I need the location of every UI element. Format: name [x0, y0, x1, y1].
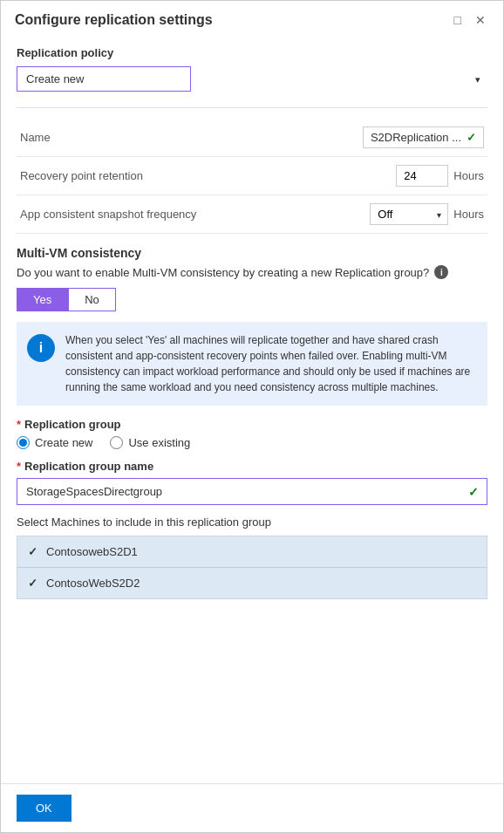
- machine-list: ✓ ContosowebS2D1 ✓ ContosoWebS2D2: [17, 536, 487, 599]
- machines-select-label: Select Machines to include in this repli…: [17, 516, 487, 529]
- machine-item-1: ✓ ContosowebS2D1: [17, 536, 487, 568]
- create-new-radio[interactable]: [17, 436, 30, 449]
- replication-policy-dropdown[interactable]: Create new Use existing: [17, 66, 191, 92]
- use-existing-radio-label: Use existing: [128, 436, 190, 449]
- info-tooltip-icon[interactable]: i: [434, 265, 448, 279]
- title-bar: Configure replication settings □ ✕: [1, 1, 503, 38]
- replication-group-name-title: Replication group name: [24, 460, 153, 473]
- replication-group-title: Replication group: [24, 418, 121, 431]
- multi-vm-question: Do you want to enable Multi-VM consisten…: [17, 266, 429, 279]
- machine-1-check-icon: ✓: [28, 545, 37, 558]
- multi-vm-question-row: Do you want to enable Multi-VM consisten…: [17, 265, 487, 279]
- no-button[interactable]: No: [68, 288, 116, 311]
- replication-group-name-label: * Replication group name: [17, 460, 487, 473]
- create-new-radio-label: Create new: [35, 436, 92, 449]
- close-icon: ✕: [475, 13, 486, 27]
- required-star: *: [17, 418, 21, 431]
- create-new-radio-option[interactable]: Create new: [17, 436, 92, 449]
- recovery-input[interactable]: [396, 165, 448, 187]
- maximize-button[interactable]: □: [451, 11, 465, 29]
- name-value-row: S2DReplication ... ✓: [279, 126, 484, 148]
- recovery-value-row: Hours: [279, 165, 484, 187]
- use-existing-radio[interactable]: [110, 436, 123, 449]
- name-input-display: S2DReplication ... ✓: [363, 126, 484, 148]
- info-circle-icon: i: [27, 334, 55, 362]
- recovery-label: Recovery point retention: [17, 157, 276, 195]
- policy-form-table: Name S2DReplication ... ✓ Recovery point…: [17, 119, 487, 234]
- required-star-2: *: [17, 460, 21, 473]
- multi-vm-section: Multi-VM consistency Do you want to enab…: [17, 246, 487, 599]
- info-box-text: When you select 'Yes' all machines will …: [65, 332, 477, 395]
- replication-policy-dropdown-container: Create new Use existing ▾: [17, 66, 487, 92]
- replication-group-name-check-icon: ✓: [468, 485, 479, 499]
- replication-group-radio-group: Create new Use existing: [17, 436, 487, 449]
- name-check-icon: ✓: [467, 131, 476, 144]
- replication-group-label: * Replication group: [17, 418, 487, 431]
- configure-replication-dialog: Configure replication settings □ ✕ Repli…: [0, 0, 504, 833]
- snapshot-row: App consistent snapshot frequency Off On…: [17, 195, 487, 234]
- name-row: Name S2DReplication ... ✓: [17, 119, 487, 157]
- snapshot-select[interactable]: Off On: [370, 203, 448, 225]
- recovery-row: Recovery point retention Hours: [17, 157, 487, 195]
- machine-2-name: ContosoWebS2D2: [46, 577, 140, 590]
- name-value-text: S2DReplication ...: [371, 131, 461, 144]
- snapshot-value-row: Off On ▾ Hours: [279, 203, 484, 225]
- snapshot-label: App consistent snapshot frequency: [17, 195, 276, 234]
- info-box: i When you select 'Yes' all machines wil…: [17, 322, 487, 406]
- section-divider: [17, 107, 487, 108]
- info-box-icon-container: i: [27, 332, 55, 395]
- close-button[interactable]: ✕: [472, 11, 489, 29]
- dialog-footer: OK: [1, 783, 503, 832]
- dropdown-arrow-icon: ▾: [475, 73, 480, 85]
- replication-group-name-input[interactable]: [17, 478, 487, 505]
- snapshot-units: Hours: [453, 208, 484, 221]
- snapshot-select-wrapper: Off On ▾: [370, 203, 448, 225]
- replication-policy-label: Replication policy: [17, 46, 487, 59]
- name-field-value-cell: S2DReplication ... ✓: [276, 119, 487, 157]
- window-controls: □ ✕: [451, 11, 489, 29]
- yes-button[interactable]: Yes: [17, 288, 68, 311]
- name-field-label: Name: [17, 119, 276, 157]
- machine-1-name: ContosowebS2D1: [46, 545, 138, 558]
- replication-group-name-row: ✓: [17, 478, 487, 505]
- multi-vm-title: Multi-VM consistency: [17, 246, 487, 260]
- use-existing-radio-option[interactable]: Use existing: [110, 436, 190, 449]
- dialog-content: Replication policy Create new Use existi…: [1, 38, 503, 783]
- ok-button[interactable]: OK: [17, 795, 72, 822]
- recovery-value-cell: Hours: [276, 157, 487, 195]
- yes-no-toggle-group: Yes No: [17, 288, 487, 311]
- maximize-icon: □: [454, 13, 461, 27]
- machine-2-check-icon: ✓: [28, 577, 37, 590]
- dialog-title: Configure replication settings: [15, 12, 213, 28]
- recovery-units: Hours: [453, 169, 484, 182]
- machine-item-2: ✓ ContosoWebS2D2: [17, 568, 487, 598]
- snapshot-value-cell: Off On ▾ Hours: [276, 195, 487, 234]
